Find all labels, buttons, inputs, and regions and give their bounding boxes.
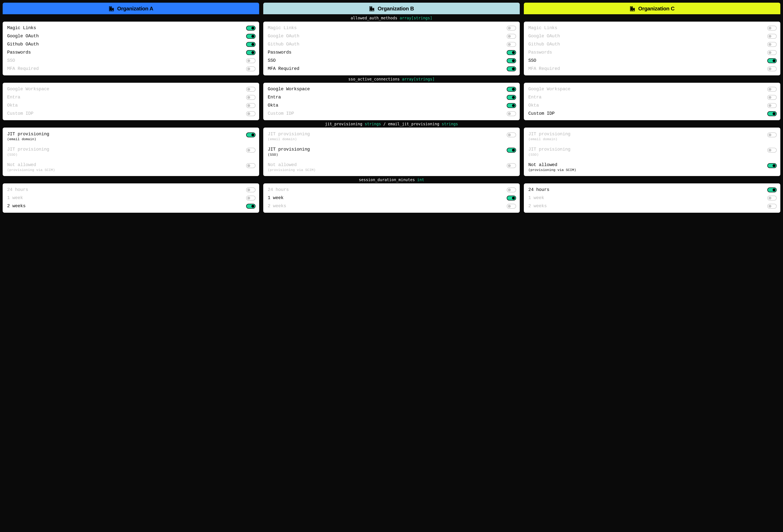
toggle-session-0[interactable]: [767, 188, 777, 192]
setting-row: JIT provisioning(email domain): [7, 130, 255, 142]
toggle-auth-4[interactable]: [767, 58, 777, 63]
toggle-session-0[interactable]: [246, 188, 255, 192]
setting-label: Magic Links: [7, 26, 36, 31]
toggle-jit-0[interactable]: [246, 132, 255, 137]
toggle-session-2[interactable]: [767, 204, 777, 209]
toggle-auth-1[interactable]: [767, 34, 777, 39]
setting-label: Okta: [268, 103, 278, 108]
setting-row: Okta: [7, 102, 255, 109]
svg-rect-39: [634, 9, 634, 9]
svg-rect-41: [634, 9, 634, 10]
toggle-jit-1[interactable]: [767, 148, 777, 153]
toggle-sso-0[interactable]: [507, 87, 516, 92]
setting-label: SSO: [268, 58, 276, 63]
toggle-auth-3[interactable]: [246, 50, 255, 55]
toggle-sso-1[interactable]: [767, 95, 777, 100]
setting-sublabel: (email domain): [528, 137, 570, 141]
toggle-sso-1[interactable]: [246, 95, 255, 100]
svg-rect-11: [113, 9, 113, 9]
toggle-jit-1[interactable]: [246, 148, 255, 153]
setting-label: Passwords: [7, 50, 31, 55]
toggle-auth-2[interactable]: [767, 42, 777, 47]
toggle-jit-2[interactable]: [246, 163, 255, 168]
toggle-jit-0[interactable]: [767, 132, 777, 137]
toggle-session-2[interactable]: [246, 204, 255, 209]
toggle-sso-2[interactable]: [507, 103, 516, 108]
toggle-auth-5[interactable]: [246, 66, 255, 71]
svg-rect-12: [112, 9, 113, 10]
toggle-auth-5[interactable]: [767, 66, 777, 71]
svg-rect-2: [110, 7, 110, 8]
toggle-auth-0[interactable]: [507, 26, 516, 31]
setting-label: 1 week: [528, 195, 544, 201]
toggle-session-2[interactable]: [507, 204, 516, 209]
toggle-jit-2[interactable]: [507, 163, 516, 168]
setting-label: Custom IDP: [7, 111, 33, 117]
toggle-session-1[interactable]: [767, 196, 777, 200]
svg-rect-7: [111, 9, 111, 9]
toggle-auth-4[interactable]: [507, 58, 516, 63]
setting-label: 24 hours: [7, 187, 28, 193]
toggle-sso-3[interactable]: [507, 111, 516, 116]
settings-card-sso: Google WorkspaceEntraOktaCustom IDP: [2, 82, 259, 121]
toggle-auth-3[interactable]: [767, 50, 777, 55]
toggle-auth-1[interactable]: [507, 34, 516, 39]
setting-row: 2 weeks: [7, 203, 255, 210]
toggle-sso-1[interactable]: [507, 95, 516, 100]
setting-label: Entra: [528, 95, 541, 100]
setting-row: Google OAuth: [7, 33, 255, 40]
toggle-auth-5[interactable]: [507, 66, 516, 71]
toggle-sso-2[interactable]: [246, 103, 255, 108]
toggle-session-1[interactable]: [507, 196, 516, 200]
setting-sublabel: (SSO): [268, 153, 310, 157]
setting-label: Passwords: [528, 50, 552, 55]
settings-card-auth: Magic LinksGoogle OAuthGithub OAuthPassw…: [263, 22, 520, 76]
setting-label: 1 week: [268, 195, 283, 201]
svg-rect-21: [371, 9, 372, 9]
svg-rect-27: [373, 9, 374, 10]
setting-label: Not allowed: [7, 162, 55, 168]
toggle-auth-3[interactable]: [507, 50, 516, 55]
setting-label: Google OAuth: [528, 34, 560, 39]
setting-label: JIT provisioning: [268, 132, 310, 137]
setting-label: Not allowed: [268, 162, 316, 168]
toggle-sso-2[interactable]: [767, 103, 777, 108]
setting-row: Magic Links: [268, 25, 516, 32]
setting-label: Google OAuth: [268, 34, 299, 39]
building-icon: [109, 6, 115, 11]
svg-rect-4: [110, 8, 110, 8]
toggle-jit-1[interactable]: [507, 148, 516, 153]
toggle-session-1[interactable]: [246, 196, 255, 200]
setting-row: Entra: [7, 94, 255, 101]
setting-label: MFA Required: [268, 66, 299, 71]
setting-row: Not allowed(provisioning via SCIM): [528, 161, 777, 173]
setting-row: Google Workspace: [268, 86, 516, 93]
toggle-sso-0[interactable]: [767, 87, 777, 92]
toggle-auth-1[interactable]: [246, 34, 255, 39]
setting-label: Entra: [7, 95, 21, 100]
setting-label: Google Workspace: [7, 87, 49, 92]
setting-label: Github OAuth: [268, 42, 299, 47]
setting-row: JIT provisioning(email domain): [268, 130, 516, 142]
toggle-auth-0[interactable]: [246, 26, 255, 31]
setting-row: Magic Links: [7, 25, 255, 32]
toggle-auth-0[interactable]: [767, 26, 777, 31]
setting-label: Custom IDP: [268, 111, 294, 117]
toggle-sso-3[interactable]: [767, 111, 777, 116]
toggle-auth-2[interactable]: [246, 42, 255, 47]
toggle-session-0[interactable]: [507, 188, 516, 192]
setting-row: JIT provisioning(email domain): [528, 130, 777, 142]
settings-card-session: 24 hours1 week2 weeks: [2, 183, 259, 213]
setting-sublabel: (provisioning via SCIM): [528, 168, 576, 172]
building-icon: [630, 6, 635, 11]
svg-rect-38: [633, 9, 633, 9]
toggle-sso-0[interactable]: [246, 87, 255, 92]
toggle-auth-4[interactable]: [246, 58, 255, 63]
svg-rect-26: [373, 9, 373, 10]
toggle-sso-3[interactable]: [246, 111, 255, 116]
svg-rect-9: [111, 10, 111, 10]
toggle-auth-2[interactable]: [507, 42, 516, 47]
svg-rect-35: [632, 9, 632, 9]
toggle-jit-2[interactable]: [767, 163, 777, 168]
toggle-jit-0[interactable]: [507, 132, 516, 137]
